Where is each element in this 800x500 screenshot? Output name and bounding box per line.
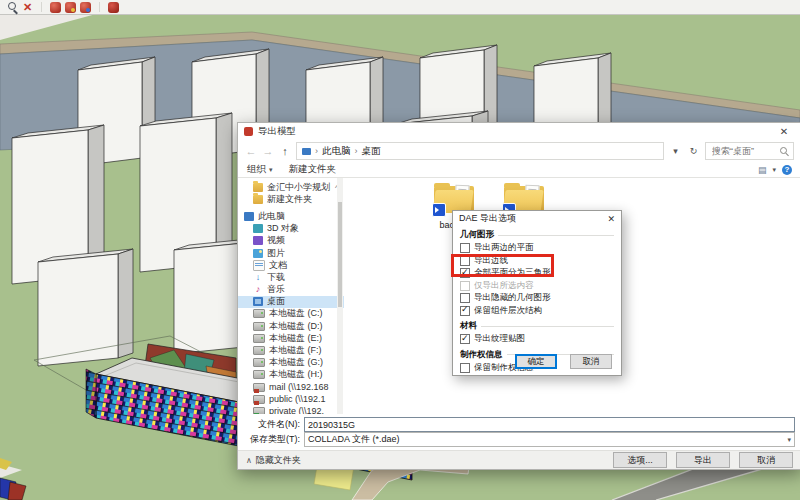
sidebar-item-label: 此电脑 bbox=[258, 210, 285, 222]
sidebar-item-label: 音乐 bbox=[267, 284, 285, 296]
help-icon[interactable]: ? bbox=[782, 165, 792, 175]
sidebar-item[interactable]: 本地磁盘 (C:) bbox=[238, 308, 344, 320]
zoom-icon[interactable] bbox=[7, 2, 18, 13]
network-drive-red-icon bbox=[253, 395, 265, 404]
sidebar-item-label: mail (\\192.168 bbox=[269, 382, 329, 392]
dae-options-dialog: DAE 导出选项 ✕ 几何图形导出两边的平面导出边线全部平面分为三角形仅导出所选… bbox=[452, 210, 622, 376]
dae-option-row: 导出两边的平面 bbox=[460, 242, 614, 255]
drive-icon bbox=[253, 309, 265, 318]
folder-icon bbox=[253, 183, 263, 192]
drive-icon bbox=[253, 346, 265, 355]
document-icon bbox=[253, 260, 265, 271]
desktop-icon bbox=[253, 297, 263, 306]
sidebar-item[interactable]: 本地磁盘 (H:) bbox=[238, 369, 344, 381]
plugin-icon-1[interactable] bbox=[50, 2, 61, 13]
plugin-icon-3[interactable] bbox=[80, 2, 91, 13]
toolbar-separator bbox=[99, 2, 100, 12]
checkbox-icon[interactable] bbox=[460, 306, 470, 316]
sidebar-item[interactable]: 3D 对象 bbox=[238, 223, 344, 235]
hide-folders-toggle[interactable]: ∧ 隐藏文件夹 bbox=[246, 454, 301, 467]
cancel-cross-icon[interactable]: ✕ bbox=[22, 2, 33, 13]
breadcrumb-separator: › bbox=[315, 146, 318, 156]
savetype-label: 保存类型(T): bbox=[238, 433, 300, 446]
close-icon[interactable]: ✕ bbox=[607, 214, 615, 224]
scrollbar-thumb[interactable] bbox=[338, 202, 342, 307]
sidebar-item-label: 本地磁盘 (F:) bbox=[269, 344, 322, 356]
sketchup-app-icon bbox=[244, 127, 253, 136]
download-icon: ↓ bbox=[253, 273, 263, 282]
sidebar-item[interactable]: 视频 bbox=[238, 235, 344, 247]
checkbox-icon[interactable] bbox=[460, 243, 470, 253]
command-bar: 组织 ▾ 新建文件夹 ▤ ▾ ? bbox=[238, 162, 800, 178]
sidebar-item[interactable]: 本地磁盘 (E:) bbox=[238, 332, 344, 344]
refresh-icon[interactable]: ↻ bbox=[687, 146, 700, 156]
sidebar-item-label: 3D 对象 bbox=[267, 223, 299, 235]
sidebar-item[interactable]: 本地磁盘 (G:) bbox=[238, 357, 344, 369]
forward-icon[interactable]: → bbox=[262, 145, 274, 157]
sidebar-item[interactable]: ♪音乐 bbox=[238, 284, 344, 296]
sidebar-item[interactable]: 新建文件夹 bbox=[238, 193, 344, 205]
sidebar-item-label: 桌面 bbox=[267, 296, 285, 308]
view-dropdown-icon[interactable]: ▾ bbox=[772, 166, 776, 174]
breadcrumb: ›此电脑›桌面 bbox=[315, 145, 381, 158]
savetype-select[interactable]: COLLADA 文件 (*.dae) ▾ bbox=[304, 432, 795, 447]
chevron-up-icon: ∧ bbox=[246, 456, 252, 465]
sidebar-item[interactable]: 图片 bbox=[238, 247, 344, 259]
search-icon bbox=[780, 147, 789, 156]
plugin-icon-2[interactable] bbox=[65, 2, 76, 13]
network-drive-red-icon bbox=[253, 383, 265, 392]
sidebar-item[interactable]: 本地磁盘 (F:) bbox=[238, 344, 344, 356]
new-folder-button[interactable]: 新建文件夹 bbox=[289, 163, 337, 176]
sidebar-item[interactable]: public (\\192.1 bbox=[238, 393, 344, 405]
checkbox-icon[interactable] bbox=[460, 293, 470, 303]
dae-dialog-title: DAE 导出选项 bbox=[459, 212, 516, 225]
sidebar-scrollbar[interactable] bbox=[337, 178, 343, 417]
sidebar-item-label: 本地磁盘 (C:) bbox=[269, 308, 323, 320]
dae-option-row: 保留组件层次结构 bbox=[460, 305, 614, 318]
search-input[interactable] bbox=[710, 145, 780, 157]
search-box[interactable] bbox=[705, 142, 794, 160]
video-icon bbox=[253, 236, 263, 245]
sidebar-item-label: 下载 bbox=[267, 271, 285, 283]
sidebar-item[interactable]: 桌面 bbox=[238, 296, 344, 308]
sidebar-item-label: 视频 bbox=[267, 235, 285, 247]
filename-label: 文件名(N): bbox=[238, 418, 300, 431]
chevron-down-icon: ▾ bbox=[787, 436, 791, 444]
export-button[interactable]: 导出 bbox=[676, 452, 730, 468]
annotation-highlight-box bbox=[451, 254, 554, 277]
breadcrumb-segment[interactable]: 桌面 bbox=[362, 145, 381, 158]
address-bar[interactable]: ›此电脑›桌面 bbox=[296, 142, 664, 160]
drive-icon bbox=[253, 370, 265, 379]
sidebar-item[interactable]: 本地磁盘 (D:) bbox=[238, 320, 344, 332]
back-icon[interactable]: ← bbox=[245, 145, 257, 157]
up-icon[interactable]: ↑ bbox=[279, 145, 291, 157]
view-mode-icon[interactable]: ▤ bbox=[758, 165, 767, 175]
sidebar-item[interactable]: mail (\\192.168 bbox=[238, 381, 344, 393]
sidebar-item[interactable]: 此电脑 bbox=[238, 210, 344, 222]
close-icon[interactable]: ✕ bbox=[773, 126, 795, 137]
address-dropdown-icon[interactable]: ▾ bbox=[669, 146, 682, 156]
drive-icon bbox=[253, 334, 265, 343]
breadcrumb-segment[interactable]: 此电脑 bbox=[322, 145, 351, 158]
checkbox-icon[interactable] bbox=[460, 363, 470, 373]
breadcrumb-separator: › bbox=[355, 146, 358, 156]
pc-icon bbox=[244, 212, 254, 221]
dae-cancel-button[interactable]: 取消 bbox=[570, 354, 612, 369]
organize-menu[interactable]: 组织 ▾ bbox=[247, 163, 273, 176]
plugin-icon-4[interactable] bbox=[108, 2, 119, 13]
navigation-bar: ← → ↑ ›此电脑›桌面 ▾ ↻ bbox=[238, 140, 800, 162]
ok-button[interactable]: 确定 bbox=[515, 354, 557, 369]
filename-input[interactable] bbox=[304, 417, 795, 432]
checkbox-icon[interactable] bbox=[460, 334, 470, 344]
dae-option-label: 导出两边的平面 bbox=[474, 242, 534, 254]
dialog-footer: ∧ 隐藏文件夹 选项... 导出 取消 bbox=[238, 450, 800, 469]
3d-objects-icon bbox=[253, 224, 263, 233]
cancel-button[interactable]: 取消 bbox=[739, 452, 793, 468]
sidebar-item[interactable]: 金汇中小学规划^ bbox=[238, 181, 344, 193]
sidebar-item[interactable]: ↓下载 bbox=[238, 271, 344, 283]
sidebar-item-label: 文档 bbox=[269, 259, 287, 271]
options-button[interactable]: 选项... bbox=[613, 452, 667, 468]
sidebar-item[interactable]: 文档 bbox=[238, 259, 344, 271]
sidebar-item-label: 新建文件夹 bbox=[267, 193, 312, 205]
dialog-title: 导出模型 bbox=[258, 125, 296, 138]
